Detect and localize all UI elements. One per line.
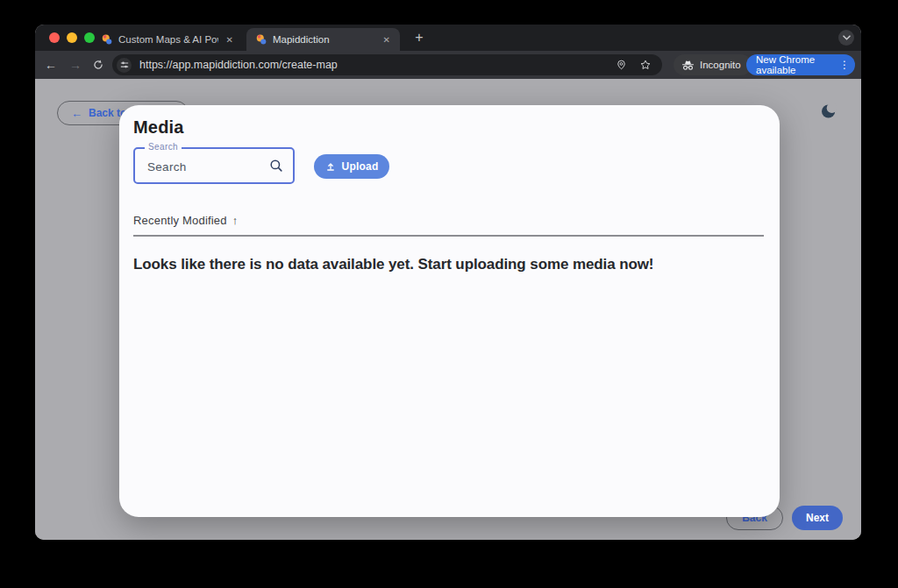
- nav-back-button[interactable]: ←: [42, 56, 60, 74]
- bookmark-star-icon: [639, 59, 652, 71]
- incognito-label: Incognito: [700, 60, 741, 70]
- tab-title: Custom Maps & AI Powered W: [118, 34, 218, 45]
- upload-button[interactable]: Upload: [314, 154, 389, 179]
- bookmark-button[interactable]: [636, 55, 655, 74]
- site-info-icon: [120, 60, 129, 69]
- site-favicon-icon: [101, 33, 113, 46]
- upload-icon: [325, 161, 336, 172]
- site-info-button[interactable]: [117, 58, 132, 73]
- update-chrome-button[interactable]: New Chrome available ⋮: [746, 54, 855, 75]
- update-chrome-label: New Chrome available: [756, 54, 836, 75]
- location-button[interactable]: [611, 55, 631, 74]
- browser-window: Custom Maps & AI Powered W ✕ Mapiddictio…: [35, 25, 861, 540]
- more-menu-icon[interactable]: ⋮: [836, 59, 850, 71]
- close-window-button[interactable]: [49, 32, 60, 43]
- url-text[interactable]: https://app.mapiddiction.com/create-map: [139, 59, 611, 71]
- sort-label: Recently Modified: [133, 214, 227, 227]
- next-button-label: Next: [806, 512, 829, 524]
- dark-mode-toggle[interactable]: [821, 103, 837, 119]
- incognito-icon: [681, 60, 695, 71]
- reload-button[interactable]: [89, 56, 107, 74]
- plus-icon: +: [415, 30, 423, 45]
- divider: [133, 235, 764, 237]
- incognito-badge[interactable]: Incognito: [674, 54, 752, 75]
- tab-close-icon[interactable]: ✕: [224, 34, 236, 46]
- moon-icon: [821, 103, 837, 119]
- sort-control[interactable]: Recently Modified ↑: [133, 214, 238, 227]
- page-content: ← Back to Back Next Media Search: [35, 79, 861, 540]
- page-title: Media: [133, 117, 184, 138]
- tab-strip: Custom Maps & AI Powered W ✕ Mapiddictio…: [35, 25, 861, 51]
- site-favicon-icon: [255, 33, 267, 46]
- empty-state-message: Looks like there is no data available ye…: [133, 256, 747, 273]
- new-tab-button[interactable]: +: [410, 29, 428, 46]
- tab-custom-maps[interactable]: Custom Maps & AI Powered W ✕: [92, 28, 243, 51]
- address-bar[interactable]: https://app.mapiddiction.com/create-map: [112, 54, 662, 75]
- upload-button-label: Upload: [342, 160, 379, 173]
- search-field: Search: [133, 147, 295, 184]
- chevron-down-icon: [843, 35, 851, 40]
- location-pin-icon: [616, 59, 627, 71]
- search-input[interactable]: [146, 149, 263, 184]
- next-button[interactable]: Next: [792, 506, 843, 530]
- tab-close-icon[interactable]: ✕: [381, 34, 393, 46]
- tab-search-button[interactable]: [838, 30, 854, 46]
- media-card: Media Search Upload Recently: [119, 105, 780, 517]
- desktop-background: Custom Maps & AI Powered W ✕ Mapiddictio…: [0, 0, 898, 588]
- minimize-window-button[interactable]: [67, 32, 77, 43]
- browser-toolbar: ← → https://app.mapiddiction.com/create-…: [35, 51, 861, 79]
- traffic-lights: [49, 32, 95, 43]
- nav-forward-button[interactable]: →: [67, 56, 84, 74]
- tab-mapiddiction[interactable]: Mapiddiction ✕: [246, 28, 400, 51]
- left-arrow-icon: ←: [71, 107, 82, 120]
- search-icon[interactable]: [268, 158, 284, 174]
- sort-ascending-icon: ↑: [232, 214, 239, 227]
- reload-icon: [92, 59, 104, 71]
- tab-title: Mapiddiction: [273, 34, 375, 45]
